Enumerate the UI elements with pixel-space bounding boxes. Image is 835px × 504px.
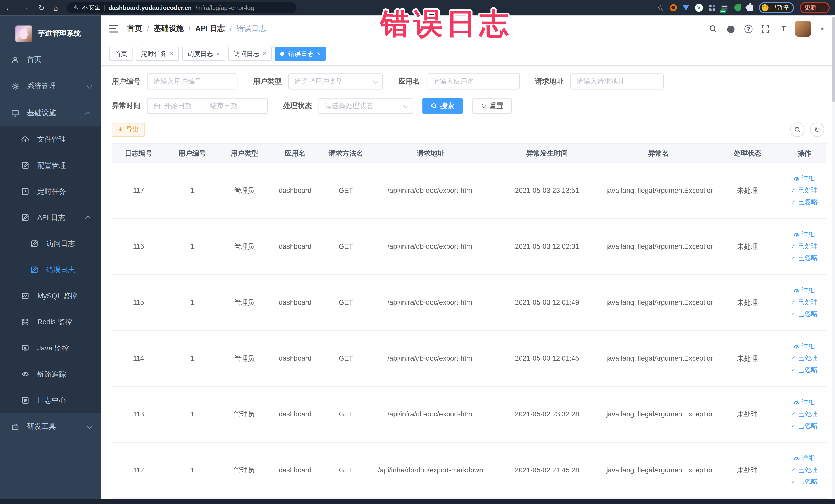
- caret-down-icon[interactable]: [820, 27, 824, 30]
- breadcrumb-home[interactable]: 首页: [127, 24, 142, 33]
- sidebar-item-trace[interactable]: 链路追踪: [0, 361, 101, 387]
- table-row: 114 1 管理员 dashboard GET /api/infra/db-do…: [112, 331, 827, 387]
- paused-badge[interactable]: 已暂停: [759, 2, 794, 13]
- sidebar-logo[interactable]: 芋道管理系统: [0, 15, 101, 46]
- extension-leaf-icon[interactable]: [734, 4, 741, 11]
- sidebar-item-infra[interactable]: 基础设施: [0, 100, 101, 126]
- docs-question-icon[interactable]: ?: [745, 25, 752, 33]
- sidebar-item-error-log[interactable]: 错误日志: [0, 257, 101, 283]
- export-button[interactable]: 导出: [112, 123, 145, 137]
- avatar[interactable]: [795, 21, 811, 37]
- cell-url: /api/infra/db-doc/export-html: [371, 354, 490, 362]
- breadcrumb-api-log[interactable]: API 日志: [195, 24, 225, 33]
- detail-link[interactable]: 详细: [793, 398, 815, 407]
- detail-link[interactable]: 详细: [793, 454, 815, 463]
- cell-url: /api/infra/db-doc/export-html: [371, 298, 490, 306]
- extensions-puzzle-icon[interactable]: [747, 5, 753, 11]
- processed-link[interactable]: ✓已处理: [791, 242, 818, 251]
- detail-link[interactable]: 详细: [793, 174, 815, 183]
- search-icon[interactable]: [709, 24, 717, 33]
- close-icon[interactable]: ×: [216, 50, 220, 58]
- github-icon[interactable]: [727, 24, 735, 33]
- cell-user-id: 1: [165, 354, 219, 362]
- chevron-down-icon: [373, 78, 378, 83]
- ignored-link[interactable]: ✓已忽略: [791, 421, 818, 430]
- ignored-link[interactable]: ✓已忽略: [791, 198, 818, 207]
- chevron-down-icon: [87, 423, 92, 429]
- processed-link[interactable]: ✓已处理: [791, 298, 818, 307]
- user-type-select[interactable]: 请选择用户类型: [288, 74, 383, 89]
- status-select[interactable]: 请选择处理状态: [319, 98, 413, 114]
- scrollbar-thumb[interactable]: [832, 17, 835, 102]
- java-monitor-icon: [21, 344, 29, 352]
- forward-icon[interactable]: →: [22, 3, 29, 12]
- breadcrumb-infra[interactable]: 基础设施: [154, 24, 184, 33]
- close-icon[interactable]: ×: [170, 50, 174, 58]
- font-size-icon[interactable]: TT: [778, 24, 786, 33]
- tag-home[interactable]: 首页: [109, 47, 133, 61]
- sidebar-item-system[interactable]: 系统管理: [0, 73, 101, 100]
- extension-on-icon[interactable]: on: [721, 5, 729, 11]
- detail-link[interactable]: 详细: [793, 342, 815, 351]
- cell-app: dashboard: [270, 466, 321, 474]
- sidebar-item-log-center[interactable]: 日志中心: [0, 387, 101, 414]
- toggle-search-button[interactable]: [790, 122, 805, 137]
- processed-link[interactable]: ✓已处理: [791, 465, 818, 475]
- page-content: 用户编号 请输入用户编号 用户类型 请选择用户类型 应用名 请输入应用名 请求地…: [101, 66, 835, 504]
- search-button[interactable]: 搜索: [422, 98, 463, 114]
- reload-icon[interactable]: ↻: [38, 3, 44, 12]
- address-bar[interactable]: ⚠ 不安全 dashboard.yudao.iocoder.cn/infra/l…: [67, 2, 297, 13]
- extension-grid-icon[interactable]: [709, 5, 715, 11]
- cell-time: 2021-05-03 12:01:49: [490, 298, 604, 306]
- date-range-picker[interactable]: 开始日期 - 结束日期: [147, 98, 268, 114]
- ignored-link[interactable]: ✓已忽略: [791, 477, 818, 486]
- sidebar-item-access-log[interactable]: 访问日志: [0, 230, 101, 257]
- refresh-button[interactable]: ↻: [810, 122, 824, 137]
- detail-link[interactable]: 详细: [793, 230, 815, 239]
- breadcrumb-separator: /: [229, 24, 231, 33]
- tag-error-log[interactable]: 错误日志×: [275, 47, 326, 61]
- sidebar-item-devtools[interactable]: 研发工具: [0, 414, 101, 440]
- close-icon[interactable]: ×: [317, 50, 321, 58]
- sidebar-item-home[interactable]: 首页: [0, 46, 101, 73]
- processed-link[interactable]: ✓已处理: [791, 409, 818, 419]
- hamburger-icon[interactable]: [109, 25, 118, 33]
- extension-blue-icon[interactable]: [683, 5, 689, 11]
- cell-app: dashboard: [270, 186, 321, 194]
- sidebar-item-config[interactable]: 配置管理: [0, 152, 101, 178]
- extension-v-icon[interactable]: V: [695, 4, 703, 12]
- browser-nav: ← → ↻ ⌂: [5, 3, 58, 12]
- app-name-input[interactable]: 请输入应用名: [426, 74, 520, 89]
- home-icon[interactable]: ⌂: [54, 3, 58, 12]
- sidebar-item-api-log[interactable]: API 日志: [0, 205, 101, 231]
- sidebar-item-java[interactable]: Java 监控: [0, 335, 101, 361]
- page-scrollbar[interactable]: [832, 15, 835, 499]
- detail-link[interactable]: 详细: [793, 286, 815, 295]
- reset-button[interactable]: ↻ 重置: [472, 98, 512, 114]
- ignored-link[interactable]: ✓已忽略: [791, 365, 818, 374]
- bookmark-star-icon[interactable]: ☆: [657, 3, 664, 12]
- processed-link[interactable]: ✓已处理: [791, 186, 818, 195]
- sidebar-item-job[interactable]: 定时任务: [0, 178, 101, 205]
- tag-job[interactable]: 定时任务×: [136, 47, 179, 61]
- request-url-input[interactable]: 请输入请求地址: [570, 74, 663, 89]
- close-icon[interactable]: ×: [263, 50, 266, 58]
- tag-access-log[interactable]: 访问日志×: [228, 47, 271, 61]
- user-id-input[interactable]: 请输入用户编号: [147, 74, 238, 89]
- update-button[interactable]: 更新 ⋮: [800, 2, 830, 13]
- processed-link[interactable]: ✓已处理: [791, 354, 818, 363]
- eye-icon: [793, 287, 800, 294]
- extension-orange-icon[interactable]: [670, 4, 677, 11]
- cell-user-type: 管理员: [219, 298, 270, 307]
- ignored-link[interactable]: ✓已忽略: [791, 309, 818, 318]
- ignored-link[interactable]: ✓已忽略: [791, 254, 818, 263]
- sidebar-item-file[interactable]: 文件管理: [0, 126, 101, 153]
- cell-url: /api/infra/db-doc/export-html: [371, 186, 490, 194]
- back-icon[interactable]: ←: [5, 3, 13, 12]
- sidebar-item-mysql[interactable]: MySQL 监控: [0, 283, 101, 309]
- fullscreen-icon[interactable]: [761, 25, 770, 33]
- tag-job-log[interactable]: 调度日志×: [182, 47, 225, 61]
- kebab-menu-icon[interactable]: ⋮: [820, 5, 825, 11]
- sidebar: 芋道管理系统 首页 系统管理 基础设施 文件管理: [0, 15, 101, 504]
- sidebar-item-redis[interactable]: Redis 监控: [0, 309, 101, 335]
